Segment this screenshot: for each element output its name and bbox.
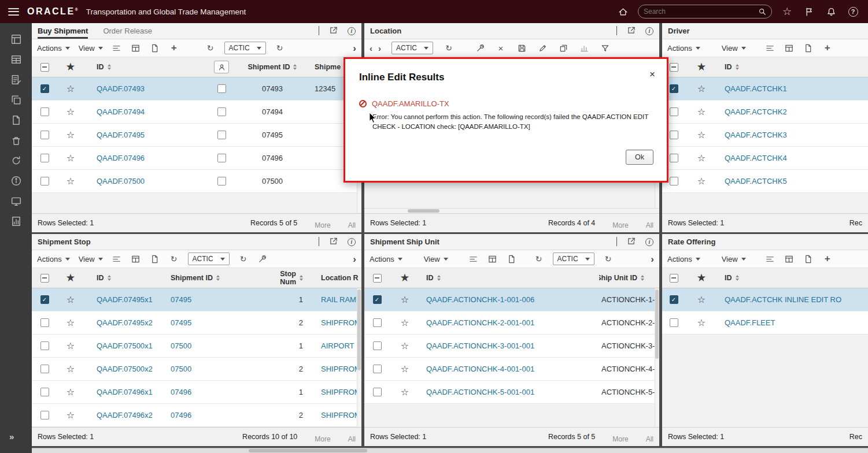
location-link[interactable]: SHIPFROM/: [306, 311, 361, 334]
shipment-id-link[interactable]: 07496: [171, 404, 266, 426]
info-icon[interactable]: i: [645, 27, 653, 35]
row-checkbox[interactable]: [373, 388, 382, 396]
row-checkbox[interactable]: [40, 131, 49, 139]
table-row[interactable]: ☆ QAADF.ACTCHK5: [662, 170, 868, 193]
row-checkbox[interactable]: [670, 84, 678, 93]
filter-icon[interactable]: [600, 43, 610, 53]
search-icon[interactable]: [758, 8, 766, 16]
table-row[interactable]: ☆ QAADF.FLEET: [662, 311, 868, 335]
favorite-star-icon[interactable]: ☆: [67, 154, 75, 163]
more-button[interactable]: More: [612, 221, 628, 229]
table-row[interactable]: ☆ QAADF.07495x1 07495 1 RAIL RAMP: [32, 288, 361, 311]
select-all-checkbox[interactable]: [670, 274, 678, 283]
table-row[interactable]: ☆ QAADF.ACTCHK4: [662, 147, 868, 170]
open-new-window-icon[interactable]: [627, 26, 636, 36]
row-secondary-checkbox[interactable]: [217, 84, 226, 93]
column-header-shipment-id[interactable]: Shipment ID: [235, 57, 310, 77]
add-icon[interactable]: +: [822, 43, 833, 53]
row-secondary-checkbox[interactable]: [217, 177, 226, 185]
shipment-id-link[interactable]: QAADF.07494: [84, 101, 208, 123]
row-checkbox[interactable]: [373, 341, 382, 350]
table-row[interactable]: ☆ QAADF.07495x2 07495 2 SHIPFROM/: [32, 311, 361, 335]
info-circle-icon[interactable]: [9, 175, 24, 187]
more-button[interactable]: More: [315, 221, 330, 229]
row-checkbox[interactable]: [40, 84, 49, 93]
favorites-icon[interactable]: ☆: [780, 5, 794, 18]
collapse-panel-icon[interactable]: [319, 237, 319, 246]
favorite-star-icon[interactable]: ☆: [67, 107, 75, 117]
collapse-panel-icon[interactable]: [616, 237, 617, 246]
favorite-star-icon[interactable]: ☆: [67, 318, 75, 328]
sync-icon[interactable]: [9, 155, 24, 166]
sort-icon[interactable]: [300, 275, 303, 281]
close-icon[interactable]: ×: [649, 69, 655, 79]
column-header-id[interactable]: ID: [84, 57, 208, 77]
star-filled-icon[interactable]: ★: [697, 62, 706, 72]
select-all-checkbox[interactable]: [373, 274, 382, 283]
row-secondary-checkbox[interactable]: [217, 107, 226, 116]
stop-id-link[interactable]: QAADF.07500x2: [84, 358, 171, 380]
sort-icon[interactable]: [437, 275, 441, 281]
next-icon[interactable]: ›: [378, 44, 381, 53]
shipment-id-link[interactable]: QAADF.07493: [84, 77, 208, 100]
shipment-id-link[interactable]: QAADF.07500: [84, 170, 208, 192]
workbench-icon[interactable]: [9, 34, 24, 45]
table-layout-icon[interactable]: [9, 54, 24, 65]
column-header-shipment-id[interactable]: Shipment ID: [171, 268, 266, 288]
tab-buy-shipment[interactable]: Buy Shipment: [38, 23, 88, 39]
row-checkbox[interactable]: [40, 295, 49, 304]
sort-columns-icon[interactable]: [765, 254, 775, 264]
toolbar-overflow-icon[interactable]: ›: [353, 254, 356, 264]
driver-id-link[interactable]: QAADF.ACTCHK2: [718, 101, 868, 123]
toolbar-overflow-icon[interactable]: ›: [651, 254, 654, 264]
favorite-star-icon[interactable]: ☆: [67, 295, 75, 305]
favorite-star-icon[interactable]: ☆: [401, 388, 409, 397]
notifications-icon[interactable]: [824, 5, 838, 18]
expand-sidebar-icon[interactable]: »: [9, 432, 14, 441]
help-icon[interactable]: ?: [846, 5, 860, 18]
favorite-star-icon[interactable]: ☆: [67, 365, 75, 374]
table-row[interactable]: ☆ QAADF.ACTCHK1: [662, 77, 868, 101]
flag-icon[interactable]: [802, 5, 816, 18]
more-button[interactable]: More: [315, 435, 330, 443]
document-icon[interactable]: [9, 114, 24, 126]
row-checkbox[interactable]: [40, 318, 49, 327]
favorite-star-icon[interactable]: ☆: [697, 318, 706, 328]
user-icon[interactable]: [214, 61, 229, 73]
driver-id-link[interactable]: QAADF.ACTCHK3: [718, 124, 868, 146]
favorite-star-icon[interactable]: ☆: [697, 154, 706, 163]
collapse-panel-icon[interactable]: [616, 27, 617, 35]
info-icon[interactable]: i: [348, 238, 356, 246]
export-document-icon[interactable]: [803, 254, 814, 264]
table-row[interactable]: ☆ QAADF.ACTCHK INLINE EDIT RO: [662, 288, 868, 311]
shipment-id-link[interactable]: 07500: [171, 358, 266, 380]
row-checkbox[interactable]: [670, 131, 678, 139]
row-checkbox[interactable]: [40, 388, 49, 396]
table-row[interactable]: ☆ QAADF.ACTIONCHK-4-001-001 ACTIONCHK-4-…: [364, 358, 659, 381]
select-all-checkbox[interactable]: [670, 63, 678, 72]
export-document-icon[interactable]: [803, 43, 814, 53]
row-checkbox[interactable]: [40, 365, 49, 373]
table-row[interactable]: ☆ QAADF.ACTCHK3: [662, 124, 868, 147]
vertical-scrollbar[interactable]: [655, 288, 659, 427]
global-search[interactable]: [638, 5, 772, 18]
row-checkbox[interactable]: [40, 107, 49, 116]
hamburger-menu-icon[interactable]: [8, 8, 19, 16]
sort-icon[interactable]: [108, 275, 111, 281]
favorite-star-icon[interactable]: ☆: [401, 295, 409, 305]
star-filled-icon[interactable]: ★: [697, 273, 706, 283]
toolbar-overflow-icon[interactable]: ›: [353, 43, 356, 53]
all-button[interactable]: All: [348, 435, 356, 443]
chart-icon[interactable]: [579, 43, 589, 53]
view-menu-button[interactable]: View: [424, 255, 448, 263]
row-checkbox[interactable]: [670, 177, 678, 185]
order-entry-icon[interactable]: [9, 74, 24, 86]
search-input[interactable]: [644, 8, 755, 16]
grid-view-icon[interactable]: [784, 254, 795, 264]
favorite-star-icon[interactable]: ☆: [67, 177, 75, 186]
rate-offering-link[interactable]: QAADF.ACTCHK INLINE EDIT RO: [718, 288, 868, 311]
column-header-stop-num[interactable]: Stop Num: [266, 268, 306, 288]
column-header-id[interactable]: ID: [718, 57, 868, 77]
ship-unit-link[interactable]: QAADF.ACTIONCHK-1-001-006: [420, 288, 599, 311]
row-checkbox[interactable]: [670, 318, 678, 327]
